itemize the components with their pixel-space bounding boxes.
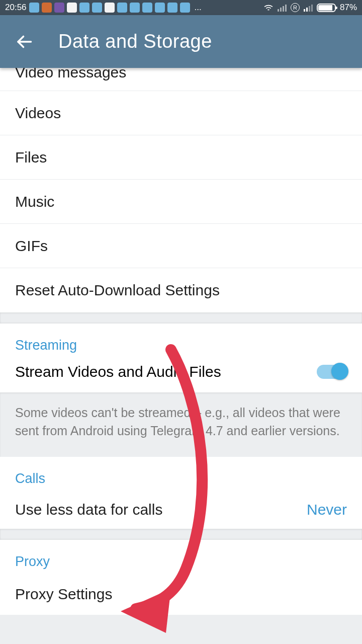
app-icon bbox=[42, 3, 52, 13]
telegram-icon bbox=[117, 3, 127, 13]
telegram-icon bbox=[29, 3, 39, 13]
status-bar: 20:56 ... R 87% bbox=[0, 0, 362, 15]
section-header-streaming: Streaming bbox=[0, 324, 362, 357]
section-header-calls: Calls bbox=[0, 457, 362, 491]
status-time: 20:56 bbox=[5, 3, 27, 13]
back-icon[interactable] bbox=[15, 33, 33, 51]
list-item-label: Files bbox=[15, 149, 47, 166]
list-item-reset[interactable]: Reset Auto-Download Settings bbox=[0, 268, 362, 312]
telegram-icon bbox=[180, 3, 190, 13]
telegram-icon bbox=[92, 3, 102, 13]
proxy-settings-label: Proxy Settings bbox=[15, 586, 112, 603]
proxy-settings-row[interactable]: Proxy Settings bbox=[0, 574, 362, 615]
calls-row-value: Never bbox=[307, 501, 347, 518]
section-header-proxy: Proxy bbox=[0, 540, 362, 574]
viber-icon bbox=[54, 3, 64, 13]
signal-bars-icon bbox=[278, 4, 287, 12]
google-icon bbox=[105, 3, 115, 13]
gmail-icon bbox=[67, 3, 77, 13]
list-item-music[interactable]: Music bbox=[0, 180, 362, 224]
proxy-section: Proxy Proxy Settings bbox=[0, 540, 362, 615]
section-gap bbox=[0, 312, 362, 324]
wifi-icon bbox=[263, 4, 274, 12]
list-item-gifs[interactable]: GIFs bbox=[0, 224, 362, 268]
stream-hint-text: Some videos can't be streamed – e.g., al… bbox=[15, 404, 347, 440]
status-more: ... bbox=[195, 3, 202, 13]
section-gap bbox=[0, 529, 362, 540]
battery-level: 87% bbox=[340, 3, 357, 13]
app-bar: Data and Storage bbox=[0, 15, 362, 68]
roaming-icon: R bbox=[291, 3, 300, 12]
telegram-icon bbox=[167, 3, 177, 13]
list-item-files[interactable]: Files bbox=[0, 135, 362, 180]
list-item-label: Music bbox=[15, 193, 54, 210]
calls-row[interactable]: Use less data for calls Never bbox=[0, 491, 362, 529]
battery-icon bbox=[317, 4, 336, 12]
list-item-label: GIFs bbox=[15, 237, 48, 255]
stream-toggle-label: Stream Videos and Audio Files bbox=[15, 363, 221, 380]
stream-toggle[interactable] bbox=[317, 365, 347, 379]
list-item-video-messages[interactable]: Video messages bbox=[0, 68, 362, 91]
calls-row-label: Use less data for calls bbox=[15, 501, 162, 518]
telegram-icon bbox=[155, 3, 165, 13]
list-item-videos[interactable]: Videos bbox=[0, 91, 362, 135]
streaming-section: Streaming Stream Videos and Audio Files bbox=[0, 324, 362, 392]
list-item-label: Reset Auto-Download Settings bbox=[15, 282, 220, 299]
stream-toggle-row[interactable]: Stream Videos and Audio Files bbox=[0, 357, 362, 392]
signal-bars-icon bbox=[304, 4, 313, 12]
telegram-icon bbox=[130, 3, 140, 13]
telegram-icon bbox=[79, 3, 89, 13]
list-item-label: Videos bbox=[15, 105, 61, 122]
calls-section: Calls Use less data for calls Never bbox=[0, 457, 362, 529]
page-title: Data and Storage bbox=[58, 31, 212, 52]
settings-list[interactable]: Video messages Videos Files Music GIFs R… bbox=[0, 68, 362, 644]
telegram-icon bbox=[142, 3, 152, 13]
stream-hint: Some videos can't be streamed – e.g., al… bbox=[0, 392, 362, 457]
